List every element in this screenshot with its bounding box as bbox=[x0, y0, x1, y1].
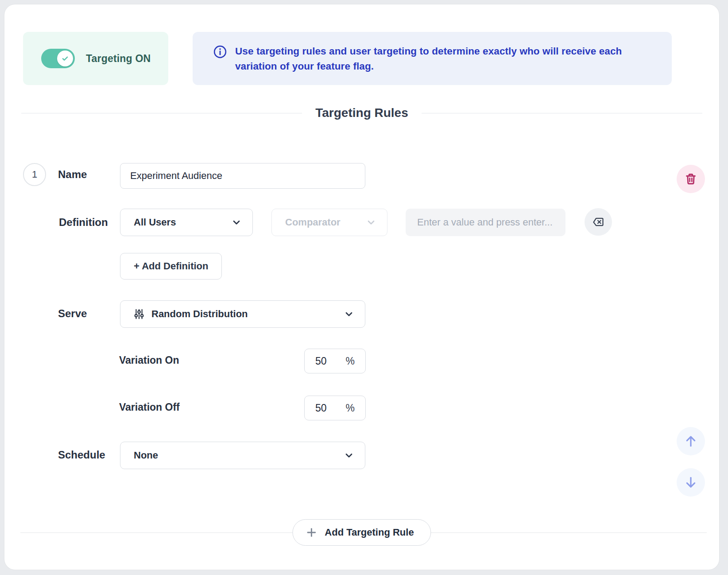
chevron-down-icon bbox=[345, 310, 353, 319]
comparator-select-placeholder: Comparator bbox=[285, 217, 367, 228]
divider-line-right bbox=[422, 113, 702, 113]
name-label: Name bbox=[58, 168, 87, 181]
move-rule-up-button[interactable] bbox=[677, 427, 705, 455]
definition-label: Definition bbox=[59, 216, 108, 229]
arrow-down-icon bbox=[684, 475, 698, 490]
move-rule-down-button[interactable] bbox=[677, 468, 705, 497]
variation-off-value: 50 bbox=[315, 402, 327, 414]
info-banner-text: Use targeting rules and user targeting t… bbox=[235, 44, 647, 74]
targeting-panel: Targeting ON Use targeting rules and use… bbox=[4, 4, 719, 570]
variation-off-input[interactable]: 50 % bbox=[304, 396, 366, 420]
section-title: Targeting Rules bbox=[302, 106, 422, 120]
variation-off-label: Variation Off bbox=[119, 401, 180, 413]
divider-line-left bbox=[21, 113, 302, 113]
add-definition-button[interactable]: + Add Definition bbox=[120, 253, 222, 280]
schedule-label: Schedule bbox=[58, 449, 105, 461]
percent-sign: % bbox=[346, 355, 355, 367]
chevron-down-icon bbox=[232, 218, 241, 227]
chevron-down-icon bbox=[345, 451, 353, 460]
schedule-select-value: None bbox=[134, 450, 345, 461]
trash-icon bbox=[684, 172, 697, 186]
backspace-icon bbox=[592, 216, 604, 228]
plus-icon bbox=[306, 527, 317, 538]
variation-on-value: 50 bbox=[315, 355, 327, 367]
variation-on-label: Variation On bbox=[119, 354, 179, 366]
toggle-knob bbox=[57, 51, 73, 66]
arrow-up-icon bbox=[684, 434, 698, 448]
sliders-icon bbox=[134, 309, 144, 319]
clear-definition-button[interactable] bbox=[585, 208, 612, 236]
schedule-select[interactable]: None bbox=[120, 442, 365, 469]
audience-select[interactable]: All Users bbox=[120, 209, 253, 236]
serve-label: Serve bbox=[58, 307, 87, 320]
comparator-select[interactable]: Comparator bbox=[271, 209, 387, 236]
add-targeting-rule-label: Add Targeting Rule bbox=[325, 527, 414, 538]
targeting-toggle-label: Targeting ON bbox=[86, 53, 151, 65]
info-banner: Use targeting rules and user targeting t… bbox=[193, 32, 672, 85]
info-icon bbox=[213, 45, 227, 61]
percent-sign: % bbox=[346, 402, 355, 414]
audience-select-value: All Users bbox=[134, 217, 232, 228]
rule-number-badge: 1 bbox=[23, 163, 46, 186]
targeting-toggle[interactable] bbox=[41, 49, 75, 68]
add-targeting-rule-button[interactable]: Add Targeting Rule bbox=[292, 519, 431, 546]
variation-on-input[interactable]: 50 % bbox=[304, 349, 366, 373]
targeting-toggle-panel: Targeting ON bbox=[23, 32, 168, 85]
serve-select-value: Random Distribution bbox=[151, 308, 345, 320]
check-icon bbox=[61, 54, 70, 63]
rule-name-input[interactable] bbox=[120, 163, 365, 189]
serve-select[interactable]: Random Distribution bbox=[120, 300, 365, 328]
definition-value-input[interactable] bbox=[406, 209, 565, 236]
chevron-down-icon bbox=[367, 218, 376, 227]
delete-rule-button[interactable] bbox=[677, 165, 705, 193]
targeting-rules-divider: Targeting Rules bbox=[21, 104, 702, 122]
